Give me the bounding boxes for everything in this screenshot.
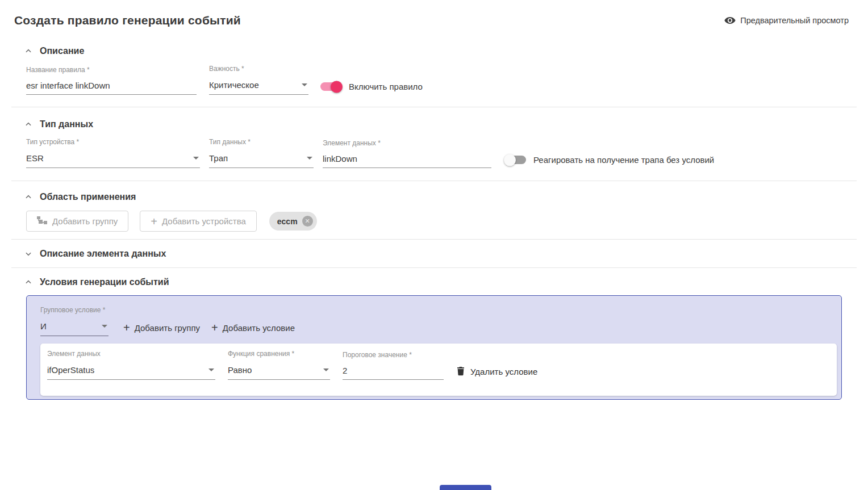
preview-button-label: Предварительный просмотр [740,16,849,25]
group-icon [37,216,48,227]
enable-rule-toggle[interactable] [320,82,341,91]
trap-toggle-label: Реагировать на получение трапа без услов… [533,155,714,165]
group-chip-label: eccm [277,217,298,226]
trap-toggle-wrap: Реагировать на получение трапа без услов… [505,155,714,168]
section-description-header[interactable]: Описание [0,46,868,56]
condition-element-value: ifOperStatus [47,365,94,375]
group-condition-value: И [40,321,47,331]
add-devices-button-label: Добавить устройства [162,216,246,226]
data-type-value: Трап [209,153,228,163]
section-divider [11,239,857,240]
device-type-label: Тип устройства * [26,138,200,146]
group-condition-label: Групповое условие * [40,306,105,314]
chevron-down-icon [307,157,312,160]
group-chip: eccm ✕ [269,212,317,231]
rule-name-input[interactable] [26,79,197,95]
add-group-button[interactable]: Добавить группу [26,211,128,232]
chevron-down-icon [208,368,214,371]
chevron-up-icon [24,278,33,287]
chevron-up-icon [24,47,33,56]
severity-label: Важность * [209,65,308,73]
condition-function-field[interactable]: Функция сравнения * Равно [228,350,330,380]
section-scope-header[interactable]: Область применения [0,192,868,202]
preview-button[interactable]: Предварительный просмотр [724,14,849,27]
section-scope-body: Добавить группу + Добавить устройства ec… [0,211,868,239]
toggle-thumb [504,154,516,166]
device-type-value: ESR [26,153,44,163]
plus-icon: + [151,216,157,227]
severity-select[interactable]: Критическое [209,78,308,95]
trap-no-conditions-toggle[interactable] [505,156,526,164]
chevron-down-icon [323,368,329,371]
add-condition-button[interactable]: + Добавить условие [211,322,295,333]
add-condition-group-button[interactable]: + Добавить группу [123,322,200,333]
delete-condition-button-label: Удалить условие [470,367,537,376]
chevron-down-icon [24,249,33,258]
chevron-up-icon [24,120,33,129]
section-data-type-body: Тип устройства * ESR Тип данных * Трап Э… [0,138,868,181]
condition-threshold-input[interactable] [343,364,444,380]
section-conditions-header[interactable]: Условия генерации событий [0,277,868,287]
plus-icon: + [123,322,130,333]
rule-name-label: Название правила * [26,66,197,74]
device-type-select[interactable]: ESR [26,151,200,168]
condition-element-select[interactable]: ifOperStatus [47,363,215,380]
close-icon[interactable]: ✕ [302,216,313,227]
add-group-button-label: Добавить группу [52,216,118,226]
data-element-field: Элемент данных * [323,139,491,168]
condition-card: Элемент данных ifOperStatus Функция срав… [40,344,837,396]
section-divider [11,107,857,107]
footer-actions: Отменить Создать [0,485,868,490]
add-condition-group-button-label: Добавить группу [135,323,200,333]
device-type-field[interactable]: Тип устройства * ESR [26,138,200,168]
severity-field[interactable]: Важность * Критическое [209,65,308,95]
section-element-description-title: Описание элемента данных [40,249,166,259]
condition-function-label: Функция сравнения * [228,350,330,358]
chevron-up-icon [24,192,33,202]
section-divider [11,267,857,268]
page-header: Создать правило генерации событий Предва… [0,0,868,27]
condition-element-field[interactable]: Элемент данных ifOperStatus [47,350,215,380]
condition-group-box: Групповое условие * И + Добавить группу … [26,295,842,400]
data-type-label: Тип данных * [209,138,314,146]
group-condition-field[interactable]: И [40,319,108,336]
condition-threshold-field: Пороговое значение * [343,351,444,380]
section-description-title: Описание [40,46,84,56]
section-conditions-title: Условия генерации событий [40,277,169,287]
section-data-type-header[interactable]: Тип данных [0,119,868,129]
condition-threshold-label: Пороговое значение * [343,351,444,359]
condition-element-label: Элемент данных [47,350,215,358]
page-title: Создать правило генерации событий [14,14,241,27]
data-element-input[interactable] [323,152,491,168]
chevron-down-icon [102,325,107,328]
toggle-thumb [331,81,343,93]
section-element-description-header[interactable]: Описание элемента данных [0,249,868,267]
section-divider [11,181,857,181]
trash-icon [456,366,465,378]
section-scope-title: Область применения [40,192,136,202]
rule-name-field: Название правила * [26,66,197,95]
condition-function-value: Равно [228,365,252,375]
cancel-button[interactable]: Отменить [377,485,432,490]
section-description-body: Название правила * Важность * Критическо… [0,65,868,107]
enable-rule-toggle-label: Включить правило [349,82,423,91]
delete-condition-button[interactable]: Удалить условие [456,366,537,380]
chevron-down-icon [193,157,199,160]
condition-function-select[interactable]: Равно [228,363,330,380]
data-type-select[interactable]: Трап [209,151,314,168]
enable-rule-toggle-wrap: Включить правило [320,82,423,95]
add-devices-button[interactable]: + Добавить устройства [140,211,256,232]
section-data-type-title: Тип данных [40,119,93,129]
group-condition-select[interactable]: И [40,319,108,336]
add-condition-button-label: Добавить условие [223,323,295,333]
severity-value: Критическое [209,80,259,90]
data-type-field[interactable]: Тип данных * Трап [209,138,314,168]
eye-icon [724,14,736,27]
plus-icon: + [211,322,218,333]
create-button[interactable]: Создать [440,485,491,490]
data-element-label: Элемент данных * [323,139,491,147]
chevron-down-icon [302,83,307,86]
